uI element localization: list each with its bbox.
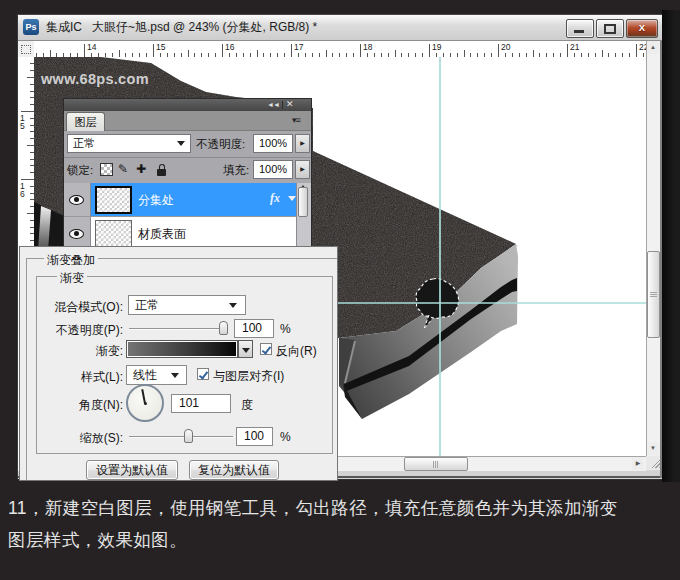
ruler-tick (636, 44, 637, 57)
minimize-icon (574, 30, 584, 33)
layer-thumbnail[interactable] (95, 186, 132, 214)
close-button[interactable]: X (626, 19, 658, 38)
layer-name[interactable]: 材质表面 (138, 226, 186, 243)
thumb-grip (433, 461, 438, 468)
caption-text: 11，新建空白图层，使用钢笔工具，勾出路径，填充任意颜色并为其添加渐变 图层样式… (8, 492, 678, 556)
opacity-slider-thumb[interactable] (219, 321, 228, 335)
checkmark-icon: ✓ (199, 369, 208, 379)
style-select[interactable]: 线性 (126, 365, 187, 385)
ruler-tick (188, 50, 189, 57)
scale-value[interactable]: 100 (236, 427, 273, 446)
scroll-up-button[interactable]: ▲ (647, 41, 659, 54)
eye-icon[interactable] (69, 195, 84, 205)
opacity-unit: % (280, 322, 291, 336)
layer-thumbnail[interactable] (95, 220, 132, 248)
ruler-tick (360, 44, 361, 57)
lock-label: 锁定: (67, 163, 93, 178)
maximize-icon (604, 24, 616, 34)
layer-fx-badge[interactable]: fx (270, 191, 280, 206)
tab-layers[interactable]: 图层 (66, 112, 105, 131)
ruler-tick (498, 44, 499, 57)
style-value: 线性 (133, 368, 157, 382)
angle-unit: 度 (241, 397, 253, 414)
scroll-right-button[interactable]: ▶ (632, 457, 644, 470)
align-checkbox[interactable]: ✓ (197, 368, 209, 380)
lock-transparency-icon[interactable] (100, 163, 113, 176)
blend-mode-select[interactable]: 正常 (67, 134, 191, 153)
scroll-down-button[interactable]: ▼ (647, 442, 659, 455)
layers-scrollbar[interactable] (296, 183, 311, 251)
dialog-opacity-value[interactable]: 100 (234, 319, 274, 338)
ruler-origin-icon (21, 45, 31, 54)
reverse-checkbox[interactable]: ✓ (260, 343, 272, 355)
vertical-scrollbar[interactable]: ▲ ▼ (646, 41, 661, 470)
maximize-button[interactable] (596, 19, 624, 38)
set-default-button[interactable]: 设置为默认值 (86, 460, 178, 480)
scale-slider-thumb[interactable] (184, 429, 193, 443)
ruler-label: 15 (156, 42, 165, 52)
layers-panel-header[interactable]: ◄◄ ✕ (64, 99, 311, 111)
header-separator (282, 101, 283, 109)
ruler-label: 17 (294, 42, 303, 52)
layers-scroll-thumb[interactable] (298, 187, 308, 217)
horizontal-scroll-thumb[interactable] (404, 457, 468, 471)
grip-lines-icon (651, 459, 660, 468)
scale-slider-track[interactable] (129, 436, 233, 438)
eye-icon[interactable] (69, 229, 84, 239)
opacity-slider-button[interactable]: ▶ (295, 134, 310, 153)
horizontal-ruler[interactable]: 141516171819202122 (34, 41, 646, 58)
angle-dial[interactable] (126, 384, 164, 422)
minimize-button[interactable] (566, 19, 594, 38)
layers-list: 分集处 fx 材质表面 (64, 183, 311, 251)
angle-label: 角度(N): (38, 397, 123, 414)
ruler-tick (21, 111, 34, 112)
scale-label: 缩放(S): (38, 430, 123, 447)
ruler-tick (119, 50, 120, 57)
fx-expand-icon[interactable] (288, 196, 296, 205)
layer-row-selected[interactable]: 分集处 fx (64, 183, 296, 217)
gradient-picker-button[interactable] (238, 340, 253, 358)
opacity-value[interactable]: 100% (253, 134, 293, 153)
opacity-slider-track[interactable] (129, 328, 226, 330)
title-bar[interactable]: Ps 集成IC 大眼仔~旭.psd @ 243% (分集处, RGB/8) * … (18, 15, 662, 41)
layers-panel-tabs: 图层 ▾≡ (64, 111, 311, 131)
ruler-tick (21, 179, 34, 180)
gradient-preview[interactable] (126, 340, 238, 358)
ruler-tick (84, 44, 85, 57)
ruler-label: 15 (20, 114, 26, 130)
dial-center-dot (144, 402, 147, 405)
ruler-tick (602, 50, 603, 57)
lock-all-icon[interactable] (155, 163, 168, 176)
reverse-label: 反向(R) (276, 343, 317, 360)
window-right-edge (660, 41, 662, 478)
ruler-corner (18, 41, 35, 58)
gradient-overlay-dialog: 渐变叠加 渐变 混合模式(O): 正常 不透明度(P): 100 % 渐变: ✓… (19, 246, 338, 481)
ruler-tick (27, 213, 34, 214)
visibility-cell[interactable] (64, 183, 91, 217)
ruler-tick (222, 44, 223, 57)
dialog-blend-mode-select[interactable]: 正常 (128, 295, 246, 315)
lock-paint-icon[interactable]: ✎ (118, 163, 131, 176)
blend-mode-value: 正常 (73, 137, 95, 149)
reset-default-button[interactable]: 复位为默认值 (189, 460, 279, 480)
panel-menu-icon[interactable]: ▾≡ (292, 115, 300, 125)
fill-slider-button[interactable]: ▶ (295, 160, 310, 179)
scale-unit: % (280, 430, 291, 444)
caption-line2: 图层样式，效果如图。 (8, 524, 678, 556)
window-title: 集成IC 大眼仔~旭.psd @ 243% (分集处, RGB/8) * (46, 15, 317, 40)
ruler-tick (395, 50, 396, 57)
angle-value[interactable]: 101 (171, 394, 231, 413)
dialog-title: 渐变叠加 (44, 252, 98, 269)
gradient-label: 渐变: (38, 343, 123, 360)
layer-name[interactable]: 分集处 (138, 192, 174, 209)
dropdown-arrow-icon (242, 348, 250, 357)
ruler-label: 14 (87, 42, 96, 52)
fill-value[interactable]: 100% (253, 160, 293, 179)
vertical-scroll-thumb[interactable] (647, 251, 660, 338)
right-shade (662, 10, 680, 482)
ruler-label: 20 (501, 42, 510, 52)
collapse-panel-icon[interactable]: ◄◄ (267, 101, 279, 108)
lock-move-icon[interactable]: ✚ (136, 163, 149, 176)
ruler-tick (567, 44, 568, 57)
close-panel-icon[interactable]: ✕ (286, 99, 294, 109)
